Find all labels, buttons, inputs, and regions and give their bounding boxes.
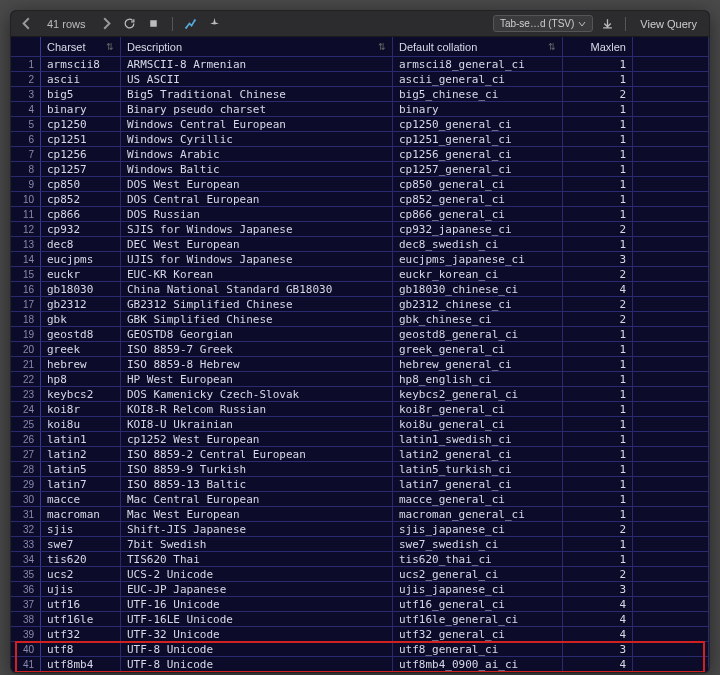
col-header-charset[interactable]: Charset⇅ [41,37,121,56]
maxlen-cell[interactable]: 1 [563,417,633,431]
table-row[interactable]: 16gb18030China National Standard GB18030… [11,282,709,297]
description-cell[interactable]: GBK Simplified Chinese [121,312,393,326]
table-row[interactable]: 38utf16leUTF-16LE Unicodeutf16le_general… [11,612,709,627]
collation-cell[interactable]: gbk_chinese_ci [393,312,563,326]
view-query-button[interactable]: View Query [634,18,703,30]
description-cell[interactable]: TIS620 Thai [121,552,393,566]
maxlen-cell[interactable]: 1 [563,72,633,86]
maxlen-cell[interactable]: 2 [563,312,633,326]
maxlen-cell[interactable]: 4 [563,282,633,296]
table-row[interactable]: 23keybcs2DOS Kamenicky Czech-Slovakkeybc… [11,387,709,402]
charset-cell[interactable]: big5 [41,87,121,101]
maxlen-cell[interactable]: 2 [563,267,633,281]
maxlen-cell[interactable]: 3 [563,642,633,656]
table-row[interactable]: 8cp1257Windows Balticcp1257_general_ci1 [11,162,709,177]
maxlen-cell[interactable]: 2 [563,522,633,536]
maxlen-cell[interactable]: 4 [563,627,633,641]
maxlen-cell[interactable]: 4 [563,597,633,611]
charset-cell[interactable]: koi8r [41,402,121,416]
collation-cell[interactable]: binary [393,102,563,116]
collation-cell[interactable]: cp1251_general_ci [393,132,563,146]
maxlen-cell[interactable]: 4 [563,657,633,671]
table-row[interactable]: 29latin7ISO 8859-13 Balticlatin7_general… [11,477,709,492]
table-row[interactable]: 11cp866DOS Russiancp866_general_ci1 [11,207,709,222]
table-row[interactable]: 34tis620TIS620 Thaitis620_thai_ci1 [11,552,709,567]
charset-cell[interactable]: hp8 [41,372,121,386]
table-row[interactable]: 37utf16UTF-16 Unicodeutf16_general_ci4 [11,597,709,612]
charset-cell[interactable]: geostd8 [41,327,121,341]
table-row[interactable]: 35ucs2UCS-2 Unicodeucs2_general_ci2 [11,567,709,582]
description-cell[interactable]: ISO 8859-7 Greek [121,342,393,356]
collation-cell[interactable]: cp852_general_ci [393,192,563,206]
table-row[interactable]: 36ujisEUC-JP Japaneseujis_japanese_ci3 [11,582,709,597]
description-cell[interactable]: Windows Cyrillic [121,132,393,146]
description-cell[interactable]: Mac West European [121,507,393,521]
collation-cell[interactable]: latin5_turkish_ci [393,462,563,476]
table-row[interactable]: 22hp8HP West Europeanhp8_english_ci1 [11,372,709,387]
collation-cell[interactable]: utf32_general_ci [393,627,563,641]
collation-cell[interactable]: sjis_japanese_ci [393,522,563,536]
collation-cell[interactable]: dec8_swedish_ci [393,237,563,251]
maxlen-cell[interactable]: 1 [563,387,633,401]
description-cell[interactable]: UTF-16 Unicode [121,597,393,611]
description-cell[interactable]: DOS West European [121,177,393,191]
rownum-header[interactable] [11,37,41,56]
description-cell[interactable]: GEOSTD8 Georgian [121,327,393,341]
description-cell[interactable]: SJIS for Windows Japanese [121,222,393,236]
charset-cell[interactable]: gbk [41,312,121,326]
description-cell[interactable]: UTF-32 Unicode [121,627,393,641]
table-row[interactable]: 41utf8mb4UTF-8 Unicodeutf8mb4_0900_ai_ci… [11,657,709,672]
maxlen-cell[interactable]: 2 [563,87,633,101]
collation-cell[interactable]: utf8_general_ci [393,642,563,656]
charset-cell[interactable]: armscii8 [41,57,121,71]
charset-cell[interactable]: hebrew [41,357,121,371]
table-row[interactable]: 14eucjpmsUJIS for Windows Japaneseeucjpm… [11,252,709,267]
charset-cell[interactable]: binary [41,102,121,116]
table-row[interactable]: 3big5Big5 Traditional Chinesebig5_chines… [11,87,709,102]
table-row[interactable]: 28latin5ISO 8859-9 Turkishlatin5_turkish… [11,462,709,477]
charset-cell[interactable]: euckr [41,267,121,281]
maxlen-cell[interactable]: 1 [563,462,633,476]
table-row[interactable]: 24koi8rKOI8-R Relcom Russiankoi8r_genera… [11,402,709,417]
collation-cell[interactable]: cp1250_general_ci [393,117,563,131]
description-cell[interactable]: cp1252 West European [121,432,393,446]
maxlen-cell[interactable]: 1 [563,432,633,446]
description-cell[interactable]: KOI8-U Ukrainian [121,417,393,431]
charset-cell[interactable]: macce [41,492,121,506]
maxlen-cell[interactable]: 1 [563,372,633,386]
table-row[interactable]: 10cp852DOS Central Europeancp852_general… [11,192,709,207]
maxlen-cell[interactable]: 1 [563,492,633,506]
charset-cell[interactable]: cp850 [41,177,121,191]
refresh-button[interactable] [120,14,140,34]
table-row[interactable]: 31macromanMac West Europeanmacroman_gene… [11,507,709,522]
maxlen-cell[interactable]: 1 [563,537,633,551]
maxlen-cell[interactable]: 1 [563,117,633,131]
table-row[interactable]: 20greekISO 8859-7 Greekgreek_general_ci1 [11,342,709,357]
charset-cell[interactable]: koi8u [41,417,121,431]
table-row[interactable]: 4binaryBinary pseudo charsetbinary1 [11,102,709,117]
maxlen-cell[interactable]: 3 [563,582,633,596]
export-format-dropdown[interactable]: Tab-se…d (TSV) [493,15,593,32]
maxlen-cell[interactable]: 1 [563,192,633,206]
maxlen-cell[interactable]: 1 [563,342,633,356]
charset-cell[interactable]: swe7 [41,537,121,551]
collation-cell[interactable]: cp850_general_ci [393,177,563,191]
table-row[interactable]: 32sjisShift-JIS Japanesesjis_japanese_ci… [11,522,709,537]
collation-cell[interactable]: latin7_general_ci [393,477,563,491]
collation-cell[interactable]: greek_general_ci [393,342,563,356]
collation-cell[interactable]: latin1_swedish_ci [393,432,563,446]
charset-cell[interactable]: utf8mb4 [41,657,121,671]
table-row[interactable]: 13dec8DEC West Europeandec8_swedish_ci1 [11,237,709,252]
col-header-description[interactable]: Description⇅ [121,37,393,56]
maxlen-cell[interactable]: 1 [563,162,633,176]
charset-cell[interactable]: latin2 [41,447,121,461]
description-cell[interactable]: Mac Central European [121,492,393,506]
maxlen-cell[interactable]: 1 [563,132,633,146]
description-cell[interactable]: ISO 8859-2 Central European [121,447,393,461]
charset-cell[interactable]: utf8 [41,642,121,656]
maxlen-cell[interactable]: 1 [563,507,633,521]
next-page-button[interactable] [96,14,116,34]
pin-button[interactable] [205,14,225,34]
table-row[interactable]: 40utf8UTF-8 Unicodeutf8_general_ci3 [11,642,709,657]
table-row[interactable]: 9cp850DOS West Europeancp850_general_ci1 [11,177,709,192]
